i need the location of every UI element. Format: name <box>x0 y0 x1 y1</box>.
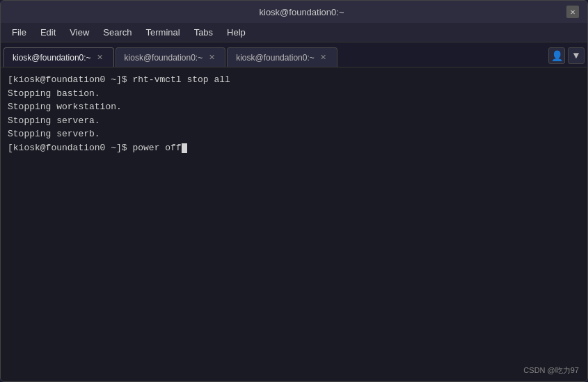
tab-1-close[interactable]: ✕ <box>95 53 105 63</box>
tab-1-label: kiosk@foundation0:~ <box>13 53 91 63</box>
terminal-line-1: [kiosk@foundation0 ~]$ rht-vmctl stop al… <box>8 73 580 87</box>
dropdown-icon[interactable]: ▼ <box>568 47 585 64</box>
tab-3[interactable]: kiosk@foundation0:~ ✕ <box>227 47 337 67</box>
menu-edit[interactable]: Edit <box>35 26 61 39</box>
terminal-cursor <box>182 143 187 153</box>
menu-tabs[interactable]: Tabs <box>189 26 218 39</box>
tabs-actions: 👤 ▼ <box>548 47 585 67</box>
tab-2[interactable]: kiosk@foundation0:~ ✕ <box>116 47 226 67</box>
menu-terminal[interactable]: Terminal <box>141 26 186 39</box>
menu-view[interactable]: View <box>64 26 95 39</box>
close-button[interactable]: ✕ <box>566 6 579 18</box>
menu-help[interactable]: Help <box>221 26 251 39</box>
window-title: kiosk@foundation0:~ <box>37 7 566 17</box>
tab-2-label: kiosk@foundation0:~ <box>125 53 203 63</box>
tab-1[interactable]: kiosk@foundation0:~ ✕ <box>3 47 114 67</box>
tab-3-close[interactable]: ✕ <box>319 53 328 63</box>
menu-bar: File Edit View Search Terminal Tabs Help <box>1 23 587 42</box>
terminal-body[interactable]: [kiosk@foundation0 ~]$ rht-vmctl stop al… <box>1 67 587 381</box>
menu-file[interactable]: File <box>6 26 32 39</box>
terminal-line-3: Stopping workstation. <box>8 100 580 114</box>
title-bar: kiosk@foundation0:~ ✕ <box>1 1 587 23</box>
terminal-line-5: Stopping serverb. <box>8 127 580 141</box>
terminal-line-2: Stopping bastion. <box>8 87 580 101</box>
terminal-line-4: Stopping servera. <box>8 114 580 128</box>
watermark: CSDN @吃力97 <box>523 365 579 376</box>
menu-search[interactable]: Search <box>97 26 137 39</box>
tab-2-close[interactable]: ✕ <box>207 53 216 63</box>
tab-3-label: kiosk@foundation0:~ <box>236 53 315 63</box>
tabs-bar: kiosk@foundation0:~ ✕ kiosk@foundation0:… <box>1 42 587 67</box>
terminal-window: kiosk@foundation0:~ ✕ File Edit View Sea… <box>0 0 588 382</box>
terminal-line-6: [kiosk@foundation0 ~]$ power off <box>8 141 580 155</box>
terminal-area[interactable]: [kiosk@foundation0 ~]$ rht-vmctl stop al… <box>1 67 587 381</box>
new-tab-icon[interactable]: 👤 <box>548 47 565 64</box>
